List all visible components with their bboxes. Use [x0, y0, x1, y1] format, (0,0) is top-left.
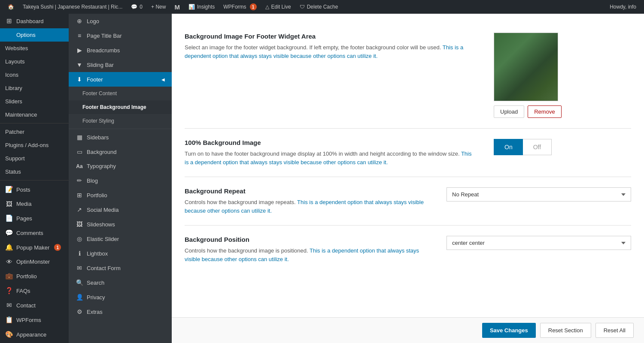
maven-icon: M: [174, 3, 180, 11]
new-button[interactable]: + New: [147, 0, 170, 14]
menu-item-lightbox[interactable]: ℹ Lightbox: [69, 246, 172, 261]
sidebar-item-websites[interactable]: Websites: [0, 42, 69, 55]
menu-item-elastic-slider[interactable]: ◎ Elastic Slider: [69, 232, 172, 246]
sidebar-item-posts[interactable]: 📝 Posts: [0, 182, 69, 197]
sidebar-item-portfolio[interactable]: 💼 Portfolio: [0, 269, 69, 283]
section-bg-image-right: Upload Remove: [494, 33, 631, 118]
menu-item-extras[interactable]: ⚙ Extras: [69, 304, 172, 319]
sidebar-websites-label: Websites: [5, 45, 28, 51]
menu-item-footer-styling[interactable]: Footer Styling: [69, 114, 172, 128]
menu-item-breadcrumbs[interactable]: ▶ Breadcrumbs: [69, 43, 172, 57]
sidebar-item-maintenance[interactable]: Maintenance: [0, 108, 69, 121]
sidebar-item-plugins[interactable]: Plugins / Add-ons: [0, 138, 69, 152]
sidebar-item-dashboard[interactable]: ⊞ Dashboard: [0, 14, 69, 28]
comments-count: 0: [140, 4, 143, 10]
site-name[interactable]: Takeya Sushi | Japanese Restaurant | Ric…: [18, 0, 127, 14]
menu-item-sidebars[interactable]: ▦ Sidebars: [69, 130, 172, 144]
bg-repeat-select[interactable]: No Repeat Repeat Repeat-X Repeat-Y: [447, 187, 631, 202]
delete-cache-link[interactable]: 🛡 Delete Cache: [295, 0, 343, 14]
sidebar-item-media[interactable]: 🖼 Media: [0, 197, 69, 211]
comments-icon: 💬: [131, 4, 137, 10]
sidebar-item-options[interactable]: Options: [0, 28, 69, 42]
section-bg-repeat-desc: Controls how the background image repeat…: [185, 198, 429, 215]
menu-background-label: Background: [87, 149, 116, 155]
section-bg-repeat-desc-text: Controls how the background image repeat…: [185, 199, 297, 205]
wpforms-badge: 1: [250, 3, 257, 10]
menu-item-footer[interactable]: ⬇ Footer ◀: [69, 72, 172, 87]
sidebar-item-pages[interactable]: 📄 Pages: [0, 211, 69, 226]
menu-item-page-title-bar[interactable]: ≡ Page Title Bar: [69, 28, 172, 43]
wp-icon: 🏠: [8, 4, 14, 10]
popupmaker-icon: 🔔: [5, 244, 13, 251]
footer-action-bar: Save Changes Reset Section Reset All: [172, 317, 644, 343]
menu-item-sliding-bar[interactable]: ▼ Sliding Bar: [69, 57, 172, 72]
sidebar-icons-label: Icons: [5, 72, 18, 78]
blog-icon: ✏: [76, 177, 83, 184]
comments-link[interactable]: 💬 0: [127, 0, 147, 14]
menu-item-privacy[interactable]: 👤 Privacy: [69, 290, 172, 304]
content-inner: Background Image For Footer Widget Area …: [172, 14, 644, 308]
howdy-text: Howdy, info: [610, 4, 636, 10]
menu-item-footer-background-image[interactable]: Footer Background Image: [69, 100, 172, 114]
menu-item-blog[interactable]: ✏ Blog: [69, 173, 172, 188]
menu-item-search[interactable]: 🔍 Search: [69, 275, 172, 290]
reset-section-button[interactable]: Reset Section: [540, 323, 591, 338]
sidebar-comments-label: Comments: [16, 230, 43, 236]
upload-button[interactable]: Upload: [494, 105, 524, 118]
sidebar-item-comments[interactable]: 💬 Comments: [0, 226, 69, 240]
menu-item-background[interactable]: ▭ Background: [69, 144, 172, 159]
menu-item-contact-form[interactable]: ✉ Contact Form: [69, 261, 172, 275]
sidebars-icon: ▦: [76, 134, 83, 141]
insights-link[interactable]: 📊 Insights: [184, 0, 219, 14]
toggle-off-button[interactable]: Off: [523, 139, 552, 155]
sidebar-item-layouts[interactable]: Layouts: [0, 55, 69, 68]
popupmaker-badge: 1: [54, 244, 61, 251]
menu-contact-form-label: Contact Form: [87, 265, 121, 271]
sidebar-library-label: Library: [5, 85, 22, 91]
save-changes-button[interactable]: Save Changes: [482, 323, 536, 338]
menu-item-portfolio[interactable]: ⊞ Portfolio: [69, 188, 172, 202]
bg-position-select[interactable]: center center top left top center top ri…: [447, 236, 631, 250]
sidebar-contact-label: Contact: [16, 302, 36, 309]
sidebar-item-sliders[interactable]: Sliders: [0, 95, 69, 108]
insights-icon: 📊: [188, 4, 195, 10]
image-buttons: Upload Remove: [494, 105, 562, 118]
posts-icon: 📝: [5, 186, 13, 193]
section-100-bg-image: 100% Background Image Turn on to have th…: [185, 129, 631, 177]
maven-icon-item[interactable]: M: [170, 0, 184, 14]
sidebar-item-patcher[interactable]: Patcher: [0, 125, 69, 138]
sidebar-item-faqs[interactable]: ❓ FAQs: [0, 283, 69, 298]
toggle-on-button[interactable]: On: [494, 139, 523, 155]
sidebar-item-wpforms[interactable]: 📋 WPForms: [0, 313, 69, 327]
portfolio-menu-icon: ⊞: [76, 192, 83, 199]
remove-button[interactable]: Remove: [528, 105, 561, 118]
section-bg-repeat: Background Repeat Controls how the backg…: [185, 177, 631, 226]
comments-nav-icon: 💬: [5, 229, 13, 237]
sidebar-item-icons[interactable]: Icons: [0, 68, 69, 81]
sidebar-item-library[interactable]: Library: [0, 81, 69, 95]
menu-extras-label: Extras: [87, 309, 103, 315]
admin-bar: 🏠 Takeya Sushi | Japanese Restaurant | R…: [0, 0, 644, 14]
sidebar-item-optinmonster[interactable]: 👁 OptinMonster: [0, 255, 69, 269]
sidebar-appearance-label: Appearance: [16, 331, 46, 338]
reset-all-button[interactable]: Reset All: [595, 323, 634, 338]
sidebar-item-status[interactable]: Status: [0, 165, 69, 178]
howdy-item[interactable]: Howdy, info: [605, 0, 641, 14]
section-bg-image-desc: Select an image for the footer widget ba…: [185, 43, 477, 60]
menu-item-slideshows[interactable]: 🖼 Slideshows: [69, 217, 172, 232]
menu-item-logo[interactable]: ⊕ Logo: [69, 14, 172, 28]
wp-logo[interactable]: 🏠: [3, 0, 18, 14]
sidebar-item-support[interactable]: Support: [0, 152, 69, 165]
sidebar-item-appearance[interactable]: 🎨 Appearance: [0, 327, 69, 342]
menu-item-social-media[interactable]: ↗ Social Media: [69, 202, 172, 217]
wpforms-link[interactable]: WPForms 1: [219, 0, 261, 14]
sidebar-item-contact[interactable]: ✉ Contact: [0, 298, 69, 313]
section-bg-position-left: Background Position Controls how the bac…: [185, 236, 429, 263]
menu-item-typography[interactable]: Aa Typography: [69, 159, 172, 173]
privacy-icon: 👤: [76, 294, 83, 301]
edit-live-link[interactable]: △ Edit Live: [261, 0, 295, 14]
sidebar-item-popupmaker[interactable]: 🔔 Popup Maker 1: [0, 240, 69, 255]
lightbox-icon: ℹ: [76, 250, 83, 257]
menu-item-footer-content[interactable]: Footer Content: [69, 87, 172, 100]
menu-lightbox-label: Lightbox: [87, 250, 108, 257]
